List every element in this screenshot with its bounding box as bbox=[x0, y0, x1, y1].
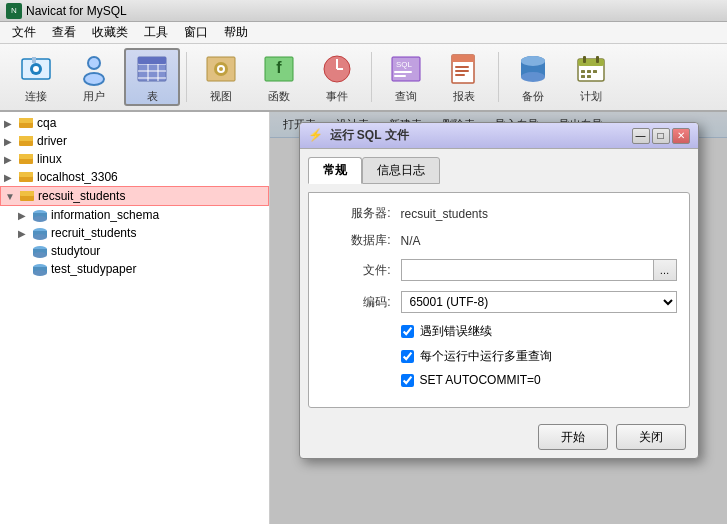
func-icon: f bbox=[261, 51, 297, 87]
dialog-title: 运行 SQL 文件 bbox=[330, 127, 632, 144]
file-label: 文件: bbox=[321, 262, 391, 279]
tree-item-studytour[interactable]: studytour bbox=[0, 242, 269, 260]
table-icon bbox=[134, 51, 170, 87]
title-bar: N Navicat for MySQL bbox=[0, 0, 727, 22]
table-label: 表 bbox=[147, 89, 158, 104]
dialog-tabs: 常规 信息日志 bbox=[308, 157, 690, 184]
toolbar-connect-btn[interactable]: 连接 bbox=[8, 48, 64, 106]
tree-label: driver bbox=[37, 134, 67, 148]
event-icon bbox=[319, 51, 355, 87]
user-label: 用户 bbox=[83, 89, 105, 104]
dialog-overlay: ⚡ 运行 SQL 文件 — □ ✕ 常规 信息日志 bbox=[270, 112, 727, 524]
close-btn[interactable]: 关闭 bbox=[616, 424, 686, 450]
menu-tools[interactable]: 工具 bbox=[136, 22, 176, 43]
toolbar: 连接 用户 表 bbox=[0, 44, 727, 112]
toolbar-query-btn[interactable]: SQL 查询 bbox=[378, 48, 434, 106]
file-input-group: … bbox=[401, 259, 677, 281]
database-row: 数据库: N/A bbox=[321, 232, 677, 249]
toolbar-view-btn[interactable]: 视图 bbox=[193, 48, 249, 106]
toolbar-table-btn[interactable]: 表 bbox=[124, 48, 180, 106]
tree-label: test_studypaper bbox=[51, 262, 136, 276]
menu-help[interactable]: 帮助 bbox=[216, 22, 256, 43]
svg-rect-43 bbox=[593, 70, 597, 73]
connection-icon bbox=[18, 116, 34, 130]
tree-arrow: ▼ bbox=[5, 191, 17, 202]
tree-item-info-schema[interactable]: ▶ information_schema bbox=[0, 206, 269, 224]
server-label: 服务器: bbox=[321, 205, 391, 222]
tree-label: recsuit_students bbox=[38, 189, 125, 203]
svg-rect-32 bbox=[455, 74, 465, 76]
toolbar-schedule-btn[interactable]: 计划 bbox=[563, 48, 619, 106]
database-label: 数据库: bbox=[321, 232, 391, 249]
svg-rect-14 bbox=[138, 57, 166, 64]
file-input[interactable] bbox=[401, 259, 653, 281]
file-browse-btn[interactable]: … bbox=[653, 259, 677, 281]
tree-item-driver[interactable]: ▶ driver bbox=[0, 132, 269, 150]
query-icon: SQL bbox=[388, 51, 424, 87]
dialog-body: 常规 信息日志 服务器: recsuit_students 数据库: bbox=[300, 149, 698, 416]
toolbar-separator-2 bbox=[371, 52, 372, 102]
svg-rect-31 bbox=[455, 70, 469, 72]
checkbox-multi-query[interactable] bbox=[401, 350, 414, 363]
tree-item-localhost[interactable]: ▶ localhost_3306 bbox=[0, 168, 269, 186]
connection-icon bbox=[19, 189, 35, 203]
svg-point-36 bbox=[521, 56, 545, 66]
svg-point-58 bbox=[33, 216, 47, 222]
tree-arrow: ▶ bbox=[18, 228, 30, 239]
tab-normal[interactable]: 常规 bbox=[308, 157, 362, 184]
tree-label: recruit_students bbox=[51, 226, 136, 240]
report-icon bbox=[446, 51, 482, 87]
server-row: 服务器: recsuit_students bbox=[321, 205, 677, 222]
svg-rect-49 bbox=[19, 136, 33, 141]
svg-rect-39 bbox=[583, 56, 586, 63]
svg-rect-55 bbox=[20, 191, 34, 196]
func-label: 函数 bbox=[268, 89, 290, 104]
dialog-maximize-btn[interactable]: □ bbox=[652, 128, 670, 144]
tree-arrow: ▶ bbox=[4, 136, 16, 147]
toolbar-report-btn[interactable]: 报表 bbox=[436, 48, 492, 106]
toolbar-user-btn[interactable]: 用户 bbox=[66, 48, 122, 106]
tree-item-recruit[interactable]: ▶ recruit_students bbox=[0, 224, 269, 242]
dialog-content: 服务器: recsuit_students 数据库: N/A 文件: bbox=[308, 192, 690, 408]
encoding-label: 编码: bbox=[321, 294, 391, 311]
app-title: Navicat for MySQL bbox=[26, 4, 127, 18]
toolbar-separator-3 bbox=[498, 52, 499, 102]
tree-item-cqa[interactable]: ▶ cqa bbox=[0, 114, 269, 132]
schedule-label: 计划 bbox=[580, 89, 602, 104]
tree-label: localhost_3306 bbox=[37, 170, 118, 184]
tree-view: ▶ cqa ▶ driver ▶ linux ▶ localhost_3306 bbox=[0, 112, 269, 524]
dialog-controls: — □ ✕ bbox=[632, 128, 690, 144]
menu-bar: 文件 查看 收藏类 工具 窗口 帮助 bbox=[0, 22, 727, 44]
checkbox-row-3: SET AUTOCOMMIT=0 bbox=[401, 373, 677, 387]
svg-rect-42 bbox=[587, 70, 591, 73]
backup-label: 备份 bbox=[522, 89, 544, 104]
toolbar-event-btn[interactable]: 事件 bbox=[309, 48, 365, 106]
view-label: 视图 bbox=[210, 89, 232, 104]
tab-log[interactable]: 信息日志 bbox=[362, 157, 440, 184]
checkbox-row-1: 遇到错误继续 bbox=[401, 323, 677, 340]
svg-rect-44 bbox=[581, 75, 585, 78]
tree-item-linux[interactable]: ▶ linux bbox=[0, 150, 269, 168]
menu-file[interactable]: 文件 bbox=[4, 22, 44, 43]
connection-icon bbox=[18, 170, 34, 184]
toolbar-func-btn[interactable]: f 函数 bbox=[251, 48, 307, 106]
tree-item-testpaper[interactable]: test_studypaper bbox=[0, 260, 269, 278]
svg-point-7 bbox=[85, 74, 103, 84]
checkbox-label-3: SET AUTOCOMMIT=0 bbox=[420, 373, 541, 387]
dialog-minimize-btn[interactable]: — bbox=[632, 128, 650, 144]
db-icon bbox=[32, 245, 48, 258]
checkbox-label-1: 遇到错误继续 bbox=[420, 323, 492, 340]
encoding-select[interactable]: 65001 (UTF-8) bbox=[401, 291, 677, 313]
server-value: recsuit_students bbox=[401, 207, 677, 221]
svg-rect-30 bbox=[455, 66, 469, 68]
menu-view[interactable]: 查看 bbox=[44, 22, 84, 43]
app-icon: N bbox=[6, 3, 22, 19]
toolbar-backup-btn[interactable]: 备份 bbox=[505, 48, 561, 106]
menu-window[interactable]: 窗口 bbox=[176, 22, 216, 43]
start-btn[interactable]: 开始 bbox=[538, 424, 608, 450]
dialog-close-btn[interactable]: ✕ bbox=[672, 128, 690, 144]
menu-favorites[interactable]: 收藏类 bbox=[84, 22, 136, 43]
checkbox-continue-on-error[interactable] bbox=[401, 325, 414, 338]
checkbox-autocommit[interactable] bbox=[401, 374, 414, 387]
tree-item-recsuit[interactable]: ▼ recsuit_students bbox=[0, 186, 269, 206]
